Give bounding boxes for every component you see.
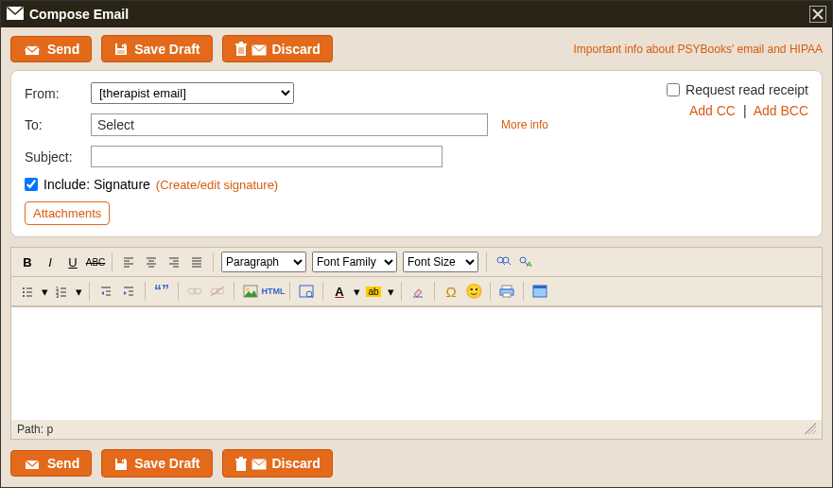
emoji-button[interactable]: 🙂 bbox=[463, 281, 484, 302]
discard-button-bottom[interactable]: Discard bbox=[222, 449, 333, 477]
separator bbox=[89, 282, 90, 301]
discard-label: Discard bbox=[272, 42, 321, 57]
unlink-button[interactable] bbox=[207, 281, 228, 302]
font-family-select[interactable]: Font Family bbox=[312, 252, 397, 272]
subject-label: Subject: bbox=[25, 149, 91, 165]
separator bbox=[289, 282, 290, 301]
top-toolbar: Send Save Draft Discard Important info a… bbox=[10, 35, 823, 62]
send-button[interactable]: Send bbox=[10, 36, 92, 62]
include-signature-checkbox[interactable] bbox=[25, 178, 38, 191]
special-char-button[interactable]: Ω bbox=[441, 281, 461, 302]
send-button-bottom[interactable]: Send bbox=[10, 450, 92, 477]
image-button[interactable] bbox=[240, 281, 261, 302]
svg-rect-64 bbox=[502, 286, 512, 289]
subject-row: Subject: bbox=[25, 146, 808, 167]
align-justify-button[interactable] bbox=[186, 252, 207, 272]
italic-button[interactable]: I bbox=[40, 252, 61, 272]
read-receipt-row[interactable]: Request read receipt bbox=[667, 82, 808, 97]
svg-rect-4 bbox=[117, 50, 125, 54]
resize-handle[interactable] bbox=[805, 423, 816, 434]
to-label: To: bbox=[25, 117, 91, 132]
strikethrough-button[interactable]: ABC bbox=[85, 252, 106, 272]
mail-x-icon bbox=[252, 456, 272, 471]
add-bcc-link[interactable]: Add BCC bbox=[754, 103, 808, 118]
close-button[interactable] bbox=[809, 6, 826, 23]
read-receipt-checkbox[interactable] bbox=[667, 83, 680, 96]
svg-rect-7 bbox=[239, 42, 243, 43]
svg-point-35 bbox=[23, 287, 25, 289]
ordered-list-button[interactable]: 123 bbox=[51, 281, 72, 302]
svg-line-31 bbox=[508, 262, 511, 265]
svg-rect-66 bbox=[503, 293, 511, 297]
send-label: Send bbox=[47, 456, 79, 471]
mail-icon bbox=[7, 7, 24, 23]
attachments-button[interactable]: Attachments bbox=[25, 201, 110, 225]
bg-color-button[interactable]: ab bbox=[363, 281, 384, 302]
from-select[interactable]: [therapist email] bbox=[91, 82, 294, 104]
save-draft-button-bottom[interactable]: Save Draft bbox=[101, 449, 212, 477]
svg-point-37 bbox=[23, 291, 25, 293]
print-button[interactable] bbox=[496, 281, 517, 302]
trash-icon bbox=[234, 455, 253, 471]
more-info-link[interactable]: More info bbox=[501, 118, 548, 131]
save-draft-button[interactable]: Save Draft bbox=[101, 35, 212, 62]
send-icon bbox=[23, 42, 47, 57]
unordered-list-button[interactable] bbox=[17, 281, 38, 302]
to-input[interactable] bbox=[91, 113, 488, 136]
bold-button[interactable]: B bbox=[17, 252, 38, 272]
send-icon bbox=[23, 456, 47, 471]
editor-toolbar-row1: B I U ABC Paragraph Font Family Font Siz… bbox=[11, 248, 822, 277]
svg-rect-71 bbox=[122, 460, 124, 462]
hipaa-info-link[interactable]: Important info about PSYBooks' email and… bbox=[573, 43, 823, 56]
svg-line-57 bbox=[211, 287, 224, 296]
bg-color-dropdown[interactable]: ▾ bbox=[386, 281, 395, 302]
align-center-button[interactable] bbox=[141, 252, 162, 272]
blockquote-button[interactable]: “” bbox=[151, 281, 172, 302]
olist-dropdown[interactable]: ▾ bbox=[74, 281, 83, 302]
include-signature-label: Include: Signature bbox=[43, 177, 150, 192]
trash-icon bbox=[234, 41, 253, 57]
separator bbox=[112, 252, 113, 271]
editor-body[interactable] bbox=[11, 306, 822, 420]
add-cc-link[interactable]: Add CC bbox=[689, 103, 736, 118]
subject-input[interactable] bbox=[91, 146, 443, 167]
svg-rect-3 bbox=[122, 44, 124, 47]
svg-rect-73 bbox=[235, 459, 247, 461]
separator bbox=[523, 282, 524, 301]
underline-button[interactable]: U bbox=[62, 252, 83, 272]
to-row: To: More info bbox=[25, 113, 667, 136]
find-button[interactable] bbox=[493, 252, 513, 272]
edit-signature-link[interactable]: (Create/edit signature) bbox=[156, 178, 278, 192]
signature-row: Include: Signature (Create/edit signatur… bbox=[25, 177, 808, 192]
format-select[interactable]: Paragraph bbox=[221, 252, 306, 272]
separator bbox=[234, 282, 234, 301]
discard-button[interactable]: Discard bbox=[222, 35, 333, 62]
separator bbox=[178, 282, 179, 301]
html-button[interactable]: HTML bbox=[263, 281, 284, 302]
mail-x-icon bbox=[252, 42, 272, 57]
find-replace-button[interactable]: A bbox=[515, 252, 536, 272]
separator bbox=[490, 282, 491, 301]
svg-point-54 bbox=[194, 288, 201, 294]
list-dropdown[interactable]: ▾ bbox=[40, 281, 49, 302]
align-right-button[interactable] bbox=[164, 252, 184, 272]
font-size-select[interactable]: Font Size bbox=[403, 252, 478, 272]
indent-button[interactable] bbox=[118, 281, 139, 302]
bottom-toolbar: Send Save Draft Discard bbox=[10, 449, 823, 477]
align-left-button[interactable] bbox=[118, 252, 139, 272]
titlebar: Compose Email bbox=[1, 1, 832, 27]
preview-button[interactable] bbox=[296, 281, 317, 302]
content-area: Send Save Draft Discard Important info a… bbox=[1, 27, 832, 487]
save-icon bbox=[113, 41, 134, 57]
text-color-dropdown[interactable]: ▾ bbox=[352, 281, 361, 302]
svg-point-39 bbox=[23, 295, 25, 297]
separator bbox=[213, 252, 214, 271]
path-value[interactable]: p bbox=[46, 423, 53, 436]
fullscreen-button[interactable] bbox=[529, 281, 550, 302]
erase-format-button[interactable] bbox=[408, 281, 428, 302]
save-draft-label: Save Draft bbox=[134, 456, 200, 471]
outdent-button[interactable] bbox=[95, 281, 116, 302]
text-color-button[interactable]: A bbox=[329, 281, 350, 302]
link-button[interactable] bbox=[184, 281, 205, 302]
compose-email-window: Compose Email Send Save Draft Discard Im… bbox=[0, 0, 833, 488]
